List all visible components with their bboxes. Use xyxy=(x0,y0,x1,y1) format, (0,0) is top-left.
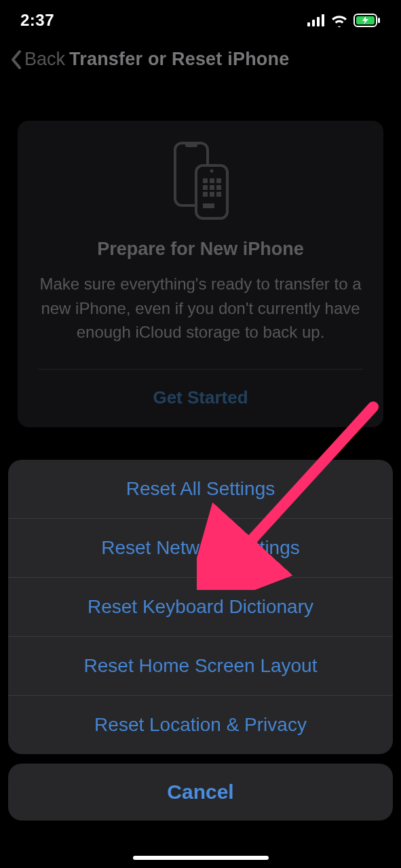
status-bar: 2:37 xyxy=(0,0,401,41)
back-label: Back xyxy=(24,49,65,70)
svg-rect-5 xyxy=(378,18,380,23)
page-title: Transfer or Reset iPhone xyxy=(69,49,289,70)
card-description: Make sure everything's ready to transfer… xyxy=(38,272,363,344)
svg-rect-2 xyxy=(317,17,320,26)
svg-rect-0 xyxy=(307,22,310,26)
svg-point-10 xyxy=(210,170,213,173)
action-sheet: Reset All Settings Reset Network Setting… xyxy=(8,460,393,821)
back-button[interactable]: Back xyxy=(9,49,65,70)
status-icons xyxy=(307,14,381,27)
svg-rect-17 xyxy=(203,192,208,197)
svg-rect-18 xyxy=(210,192,214,197)
prepare-card: Prepare for New iPhone Make sure everyth… xyxy=(18,121,383,427)
cancel-button[interactable]: Cancel xyxy=(8,764,393,821)
svg-rect-16 xyxy=(216,185,221,190)
reset-location-privacy-option[interactable]: Reset Location & Privacy xyxy=(8,695,393,754)
cellular-icon xyxy=(307,14,325,26)
status-time: 2:37 xyxy=(20,11,54,30)
reset-home-screen-layout-option[interactable]: Reset Home Screen Layout xyxy=(8,636,393,695)
wifi-icon xyxy=(330,14,348,27)
reset-options-group: Reset All Settings Reset Network Setting… xyxy=(8,460,393,754)
devices-icon xyxy=(38,141,363,220)
svg-rect-13 xyxy=(216,178,221,183)
chevron-left-icon xyxy=(9,50,23,70)
get-started-button[interactable]: Get Started xyxy=(38,370,363,427)
reset-keyboard-dictionary-option[interactable]: Reset Keyboard Dictionary xyxy=(8,577,393,636)
home-indicator[interactable] xyxy=(133,856,269,860)
svg-rect-14 xyxy=(203,185,208,190)
card-title: Prepare for New iPhone xyxy=(38,239,363,260)
reset-all-settings-option[interactable]: Reset All Settings xyxy=(8,460,393,518)
svg-rect-15 xyxy=(210,185,214,190)
navigation-bar: Back Transfer or Reset iPhone xyxy=(0,49,401,70)
reset-network-settings-option[interactable]: Reset Network Settings xyxy=(8,518,393,577)
svg-rect-3 xyxy=(322,14,324,26)
svg-rect-20 xyxy=(203,203,214,208)
svg-rect-12 xyxy=(210,178,214,183)
svg-rect-11 xyxy=(203,178,208,183)
svg-rect-1 xyxy=(312,20,315,26)
svg-rect-19 xyxy=(216,192,221,197)
battery-charging-icon xyxy=(354,14,381,27)
svg-rect-8 xyxy=(185,143,197,147)
